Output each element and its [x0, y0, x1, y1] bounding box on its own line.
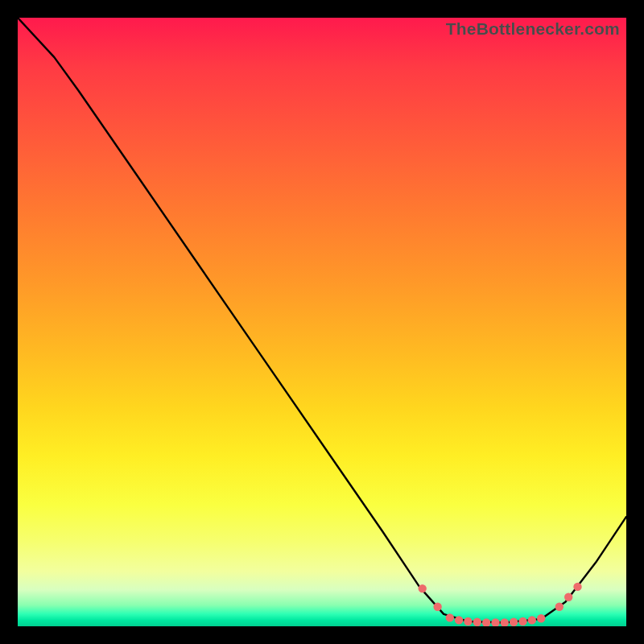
optimum-marker-dot [419, 584, 427, 592]
chart-frame: TheBottlenecker.com [18, 18, 626, 626]
optimum-marker-dot [528, 616, 536, 624]
optimum-marker-dot [464, 617, 472, 625]
chart-overlay-svg [18, 18, 626, 626]
optimum-marker-group [419, 583, 582, 626]
optimum-marker-dot [564, 593, 572, 601]
optimum-marker-dot [510, 618, 518, 626]
optimum-marker-dot [491, 618, 499, 626]
optimum-marker-dot [537, 614, 545, 622]
optimum-marker-dot [446, 613, 454, 621]
optimum-marker-dot [501, 618, 509, 626]
bottleneck-curve-line [18, 18, 626, 623]
optimum-marker-dot [433, 603, 441, 611]
optimum-marker-dot [555, 603, 564, 611]
optimum-marker-dot [482, 618, 490, 626]
optimum-marker-dot [573, 583, 581, 591]
optimum-marker-dot [455, 616, 463, 624]
optimum-marker-dot [473, 618, 481, 626]
optimum-marker-dot [518, 617, 526, 625]
